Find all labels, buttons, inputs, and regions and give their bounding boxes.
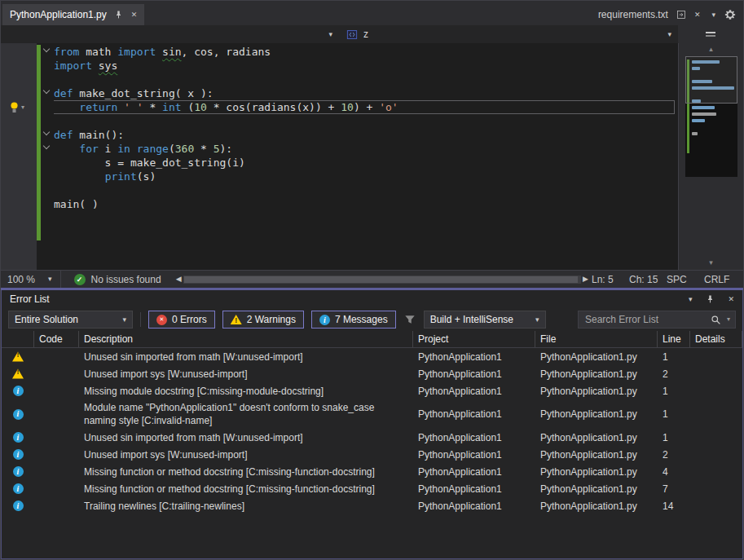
outline-margin <box>41 43 54 270</box>
collapse-chevron-icon[interactable] <box>43 46 50 52</box>
tab-requirements[interactable]: requirements.txt ✕ <box>595 4 704 25</box>
navbar-member-dropdown[interactable]: z ▾ <box>339 25 678 43</box>
panel-title: Error List <box>10 293 50 305</box>
code-line[interactable]: import sys <box>54 59 678 73</box>
error-row[interactable]: !Unused sin imported from math [W:unused… <box>2 348 742 365</box>
zoom-control[interactable]: 100 % ▾ <box>1 271 61 288</box>
messages-filter-label: 7 Messages <box>335 314 388 325</box>
close-icon[interactable]: ✕ <box>728 296 734 303</box>
source-filter-value: Build + IntelliSense <box>430 314 513 325</box>
info-icon: i <box>13 409 24 420</box>
keep-open-icon[interactable] <box>675 8 688 21</box>
editor-status-bar: 100 % ▾ ✓ No issues found ◀ ▶ Ln: 5 Ch: … <box>1 270 743 288</box>
column-header-description[interactable]: Description <box>79 331 413 347</box>
error-row[interactable]: iMissing module docstring [C:missing-mod… <box>2 382 742 399</box>
line-indicator[interactable]: Ln: 5 <box>592 274 629 285</box>
collapse-chevron-icon[interactable] <box>43 143 50 149</box>
line-ending-indicator[interactable]: CRLF <box>704 274 738 285</box>
tab-well-right: requirements.txt ✕ ▾ <box>595 4 743 25</box>
info-icon: i <box>13 500 24 511</box>
error-table-header: CodeDescriptionProjectFileLineDetails <box>2 331 742 348</box>
code-line[interactable] <box>54 225 678 239</box>
error-list-panel: Error List ▾ ✕ Entire Solution ▾ ✕ 0 Err… <box>1 290 743 559</box>
code-editor: ▾ from math import sin, cos, radiansimpo… <box>1 43 743 270</box>
horizontal-scroll-track[interactable] <box>183 276 582 284</box>
tab-list-chevron-icon[interactable]: ▾ <box>711 11 715 19</box>
column-header-project[interactable]: Project <box>413 331 535 347</box>
close-icon[interactable]: ✕ <box>131 11 138 19</box>
error-icon: ✕ <box>156 315 167 325</box>
code-line[interactable] <box>54 183 678 197</box>
tab-label: requirements.txt <box>598 9 668 20</box>
search-input[interactable] <box>585 314 706 325</box>
error-row[interactable]: iUnused sin imported from math [W:unused… <box>2 429 742 446</box>
code-line[interactable]: def make_dot_string( x ): <box>54 86 678 100</box>
error-row[interactable]: iMissing function or method docstring [C… <box>2 463 742 480</box>
code-line[interactable]: return ' ' * int (10 * cos(radians(x)) +… <box>54 100 678 114</box>
horizontal-scrollbar[interactable]: ◀ ▶ <box>173 271 592 288</box>
search-error-list[interactable]: ▾ <box>578 311 736 329</box>
gear-icon[interactable] <box>724 8 737 21</box>
pin-icon[interactable] <box>703 293 716 306</box>
code-line[interactable]: print(s) <box>54 170 678 183</box>
scroll-left-icon[interactable]: ◀ <box>176 276 182 283</box>
column-indicator[interactable]: Ch: 15 <box>629 274 667 285</box>
error-rows: !Unused sin imported from math [W:unused… <box>2 348 742 558</box>
error-row[interactable]: !Unused import sys [W:unused-import]Pyth… <box>2 365 742 382</box>
info-icon: i <box>319 315 330 325</box>
document-tab-bar: PythonApplication1.py ✕ requirements.txt… <box>1 1 743 25</box>
scope-filter-dropdown[interactable]: Entire Solution ▾ <box>8 311 133 329</box>
horizontal-scroll-thumb[interactable] <box>184 276 579 283</box>
search-options-chevron-icon[interactable]: ▾ <box>727 316 730 323</box>
minimap-viewport[interactable] <box>685 56 737 104</box>
error-list-toolbar: Entire Solution ▾ ✕ 0 Errors ! 2 Warning… <box>2 308 742 331</box>
column-header-details[interactable]: Details <box>690 331 742 347</box>
code-line[interactable] <box>54 73 678 86</box>
collapse-chevron-icon[interactable] <box>43 87 50 94</box>
code-line[interactable]: def main(): <box>54 128 678 142</box>
warning-icon: ! <box>231 315 242 325</box>
navbar-member-label: z <box>363 29 368 40</box>
spaces-indicator[interactable]: SPC <box>667 274 704 285</box>
code-line[interactable]: s = make_dot_string(i) <box>54 156 678 170</box>
minimap[interactable] <box>685 56 737 177</box>
scroll-right-icon[interactable]: ▶ <box>583 276 588 283</box>
errors-filter-button[interactable]: ✕ 0 Errors <box>148 311 215 329</box>
scroll-up-icon[interactable]: ▴ <box>709 46 713 53</box>
code-line[interactable]: from math import sin, cos, radians <box>54 45 678 59</box>
code-area[interactable]: from math import sin, cos, radiansimport… <box>54 43 678 270</box>
tab-label: PythonApplication1.py <box>10 9 107 20</box>
navbar-project-dropdown[interactable]: ▾ <box>1 25 339 43</box>
filter-icon[interactable] <box>403 313 416 326</box>
column-header-line[interactable]: Line <box>658 331 690 347</box>
code-line[interactable]: main( ) <box>54 197 678 211</box>
vs-window: PythonApplication1.py ✕ requirements.txt… <box>0 0 744 560</box>
error-row[interactable]: iMissing function or method docstring [C… <box>2 480 742 497</box>
toolbar-separator <box>140 312 141 327</box>
error-row[interactable]: iTrailing newlines [C:trailing-newlines]… <box>2 497 742 514</box>
lightbulb-icon[interactable]: ▾ <box>9 101 24 113</box>
close-icon[interactable]: ✕ <box>694 11 701 19</box>
source-filter-dropdown[interactable]: Build + IntelliSense ▾ <box>424 311 546 329</box>
search-icon[interactable] <box>710 313 723 326</box>
scroll-down-icon[interactable]: ▾ <box>709 259 713 267</box>
code-line[interactable]: for i in range(360 * 5): <box>54 142 678 156</box>
column-header-file[interactable]: File <box>535 331 658 347</box>
issues-indicator[interactable]: ✓ No issues found <box>61 274 173 285</box>
code-line[interactable] <box>54 114 678 128</box>
window-menu-chevron-icon[interactable]: ▾ <box>689 296 693 303</box>
messages-filter-button[interactable]: i 7 Messages <box>311 311 396 329</box>
code-line[interactable] <box>54 211 678 225</box>
error-row[interactable]: iModule name "PythonApplication1" doesn'… <box>2 399 742 429</box>
warnings-filter-button[interactable]: ! 2 Warnings <box>222 311 304 329</box>
glyph-margin: ▾ <box>1 43 37 270</box>
column-header-code[interactable]: Code <box>34 331 79 347</box>
column-header-severity[interactable] <box>2 331 34 347</box>
tab-pythonapplication1[interactable]: PythonApplication1.py ✕ <box>2 4 144 25</box>
collapse-chevron-icon[interactable] <box>43 129 50 135</box>
pin-icon[interactable] <box>112 8 125 21</box>
error-row[interactable]: iUnused import sys [W:unused-import]Pyth… <box>2 446 742 463</box>
split-editor-button[interactable] <box>678 25 743 43</box>
vertical-scrollbar[interactable]: ▴ ▾ <box>678 43 743 270</box>
zoom-level: 100 % <box>7 274 35 285</box>
